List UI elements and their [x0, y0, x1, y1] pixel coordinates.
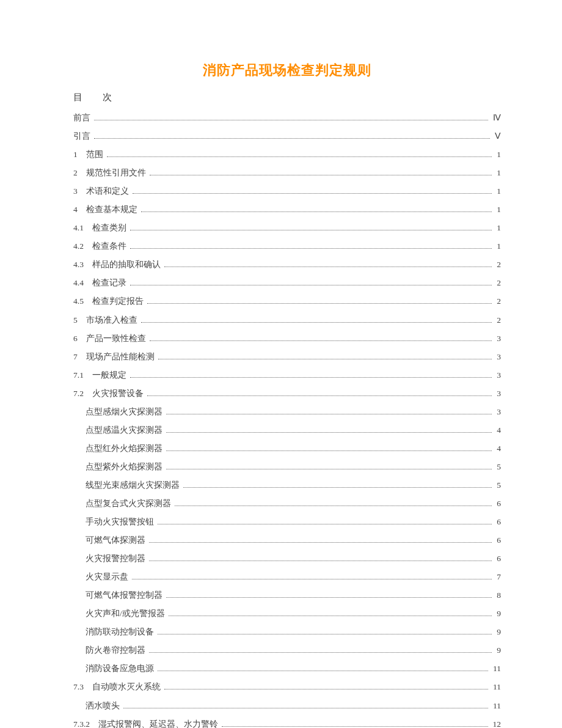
toc-leader-dots	[166, 432, 492, 433]
toc-leader-dots	[150, 175, 492, 175]
toc-entry-page: 3	[495, 351, 501, 362]
toc-leader-dots	[130, 248, 492, 249]
toc-entry-label: 手动火灾报警按钮	[86, 517, 154, 528]
toc-leader-dots	[166, 450, 492, 451]
toc-leader-dots	[132, 579, 492, 579]
toc-leader-dots	[133, 193, 492, 194]
toc-leader-dots	[94, 120, 488, 120]
toc-entry: 4.4 检查记录2	[73, 278, 501, 289]
toc-list: 前言Ⅳ引言Ⅴ1 范围12 规范性引用文件13 术语和定义14 检查基本规定14.…	[73, 112, 501, 728]
toc-leader-dots	[166, 597, 492, 598]
toc-leader-dots	[149, 561, 492, 561]
toc-entry-label: 可燃气体探测器	[86, 535, 145, 546]
toc-entry-page: 2	[495, 315, 501, 326]
toc-entry: 3 术语和定义1	[73, 186, 501, 197]
toc-entry: 消防联动控制设备9	[73, 627, 501, 638]
document-title: 消防产品现场检查判定规则	[73, 61, 501, 79]
toc-entry: 火灾显示盘7	[73, 572, 501, 583]
toc-entry: 点型感烟火灾探测器3	[73, 406, 501, 417]
toc-entry: 点型紫外火焰探测器5	[73, 461, 501, 472]
toc-leader-dots	[107, 156, 492, 157]
toc-leader-dots	[94, 138, 490, 139]
toc-entry-page: 5	[495, 461, 501, 472]
toc-entry: 消防设备应急电源11	[73, 663, 501, 674]
toc-entry-label: 前言	[73, 112, 90, 123]
toc-entry-label: 洒水喷头	[86, 700, 120, 711]
toc-leader-dots	[158, 671, 488, 671]
toc-leader-dots	[130, 230, 492, 230]
toc-leader-dots	[158, 359, 492, 359]
toc-entry: 洒水喷头11	[73, 700, 501, 711]
toc-entry: 点型红外火焰探测器4	[73, 443, 501, 454]
toc-leader-dots	[123, 708, 488, 708]
toc-leader-dots	[147, 303, 492, 304]
toc-leader-dots	[130, 377, 492, 378]
toc-entry-page: Ⅴ	[494, 131, 501, 142]
toc-entry-page: 2	[495, 278, 501, 289]
toc-entry: 7.3.2 湿式报警阀、延迟器、水力警铃12	[73, 719, 501, 728]
toc-entry-page: 9	[495, 608, 501, 619]
toc-entry: 4.1 检查类别1	[73, 222, 501, 233]
toc-leader-dots	[164, 267, 492, 267]
toc-entry-label: 火灾声和/或光警报器	[86, 608, 165, 619]
toc-entry-page: Ⅳ	[492, 112, 501, 123]
toc-leader-dots	[150, 340, 492, 341]
toc-entry-label: 防火卷帘控制器	[86, 645, 145, 656]
toc-entry-label: 7.3 自动喷水灭火系统	[73, 682, 161, 693]
toc-entry-page: 6	[495, 535, 501, 546]
toc-entry: 7.1 一般规定3	[73, 370, 501, 381]
toc-entry-page: 4	[495, 443, 501, 454]
toc-entry-page: 4	[495, 425, 501, 436]
toc-entry-page: 2	[495, 259, 501, 270]
toc-entry: 5 市场准入检查2	[73, 315, 501, 326]
toc-leader-dots	[166, 414, 492, 414]
toc-entry-page: 6	[495, 517, 501, 528]
toc-entry: 4.2 检查条件1	[73, 241, 501, 252]
toc-entry: 可燃气体报警控制器8	[73, 590, 501, 601]
toc-entry-page: 1	[495, 222, 501, 233]
toc-heading: 目 次	[73, 92, 501, 103]
toc-entry-label: 6 产品一致性检查	[73, 333, 146, 344]
toc-entry-page: 5	[495, 480, 501, 491]
toc-leader-dots	[149, 652, 492, 653]
toc-entry-label: 3 术语和定义	[73, 186, 129, 197]
toc-entry-page: 1	[495, 204, 501, 215]
toc-entry: 可燃气体探测器6	[73, 535, 501, 546]
toc-entry: 2 规范性引用文件1	[73, 167, 501, 178]
toc-entry-label: 4.3 样品的抽取和确认	[73, 259, 161, 270]
toc-leader-dots	[183, 487, 492, 488]
toc-entry: 6 产品一致性检查3	[73, 333, 501, 344]
toc-entry-label: 4.4 检查记录	[73, 278, 126, 289]
toc-entry-label: 4 检查基本规定	[73, 204, 137, 215]
toc-entry: 4.5 检查判定报告2	[73, 296, 501, 307]
toc-entry-label: 引言	[73, 131, 90, 142]
toc-entry-label: 点型紫外火焰探测器	[86, 461, 162, 472]
toc-entry: 1 范围1	[73, 149, 501, 160]
toc-entry-page: 1	[495, 241, 501, 252]
toc-entry-label: 点型复合式火灾探测器	[86, 498, 171, 509]
toc-entry-label: 7.2 火灾报警设备	[73, 388, 144, 399]
toc-entry-page: 3	[495, 388, 501, 399]
toc-entry-label: 4.5 检查判定报告	[73, 296, 144, 307]
toc-entry-label: 点型感温火灾探测器	[86, 425, 162, 436]
toc-entry-page: 6	[495, 553, 501, 564]
toc-entry-page: 3	[495, 333, 501, 344]
toc-leader-dots	[222, 726, 488, 727]
toc-entry-page: 2	[495, 296, 501, 307]
toc-entry-label: 4.1 检查类别	[73, 222, 126, 233]
toc-entry-page: 12	[492, 719, 502, 728]
toc-entry: 7 现场产品性能检测3	[73, 351, 501, 362]
toc-entry-page: 11	[492, 700, 501, 711]
toc-entry-label: 消防设备应急电源	[86, 663, 154, 674]
toc-entry-page: 1	[495, 149, 501, 160]
toc-entry: 4.3 样品的抽取和确认2	[73, 259, 501, 270]
toc-entry: 4 检查基本规定1	[73, 204, 501, 215]
toc-leader-dots	[158, 524, 492, 524]
toc-entry: 防火卷帘控制器9	[73, 645, 501, 656]
toc-entry-page: 11	[492, 682, 501, 693]
toc-entry-label: 7 现场产品性能检测	[73, 351, 155, 362]
toc-entry: 火灾声和/或光警报器9	[73, 608, 501, 619]
toc-entry-page: 9	[495, 627, 501, 638]
toc-entry-page: 6	[495, 498, 501, 509]
toc-entry: 7.2 火灾报警设备3	[73, 388, 501, 399]
